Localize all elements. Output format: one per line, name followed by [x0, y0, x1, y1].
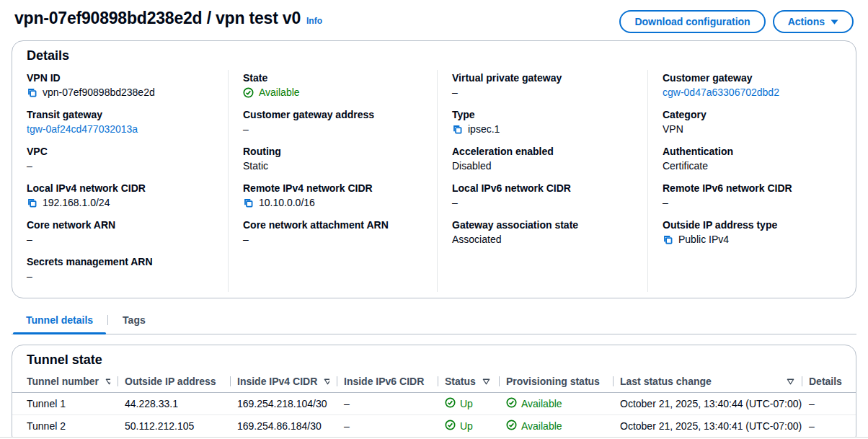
field-label: Local IPv4 network CIDR	[27, 182, 213, 195]
copy-icon[interactable]	[243, 198, 254, 208]
column-header-label: Provisioning status	[506, 376, 600, 387]
check-circle-icon	[506, 397, 517, 410]
field-value-text: Available	[259, 85, 300, 99]
details-column: StateAvailableCustomer gateway address–R…	[228, 70, 437, 292]
field-value-text: –	[452, 85, 458, 99]
actions-button[interactable]: Actions	[773, 10, 854, 33]
column-header-inside-ipv6-cidr[interactable]: Inside IPv6 CIDR	[337, 372, 438, 393]
details-column: Customer gatewaycgw-0d47a63306702dbd2Cat…	[647, 70, 856, 292]
field-customer-gateway-address: Customer gateway address–	[243, 108, 422, 136]
field-value: –	[452, 85, 633, 99]
column-header-inner: Inside IPv6 CIDR	[344, 376, 430, 387]
details-grid: VPN IDvpn-07ef90898bd238e2dTransit gatew…	[12, 70, 856, 292]
field-outside-ip-address-type: Outside IP address typePublic IPv4	[663, 218, 841, 247]
column-header-last-status-change[interactable]: Last status change	[613, 372, 802, 393]
field-label: Customer gateway	[663, 71, 841, 84]
column-header-inside-ipv4-cidr[interactable]: Inside IPv4 CIDR	[230, 372, 337, 393]
check-circle-icon	[243, 87, 254, 98]
copy-icon[interactable]	[663, 234, 673, 245]
column-header-tunnel-number[interactable]: Tunnel number	[12, 372, 118, 393]
page-header: vpn-07ef90898bd238e2d / vpn test v0 Info…	[0, 0, 868, 40]
tunnel-state-panel: Tunnel state Tunnel numberOutside IP add…	[12, 345, 856, 439]
field-label: Remote IPv6 network CIDR	[663, 182, 841, 195]
field-value: vpn-07ef90898bd238e2d	[27, 85, 213, 99]
field-value-text: Public IPv4	[678, 232, 729, 247]
field-label: Gateway association state	[452, 218, 633, 231]
cell-inside-ipv6: –	[337, 415, 438, 438]
field-category: CategoryVPN	[663, 108, 841, 136]
field-transit-gateway: Transit gatewaytgw-0af24cd477032013a	[27, 108, 213, 136]
cell-status: Up	[438, 393, 499, 415]
cell-text: October 21, 2025, 13:40:41 (UTC-07:00)	[620, 420, 802, 432]
details-column: Virtual private gateway–Typeipsec.1Accel…	[437, 70, 647, 292]
column-header-inner: Tunnel number	[27, 376, 110, 387]
field-label: Category	[663, 108, 841, 121]
field-label: Customer gateway address	[243, 108, 422, 121]
field-value: –	[243, 122, 422, 136]
field-local-ipv4-network-cidr: Local IPv4 network CIDR192.168.1.0/24	[27, 182, 213, 210]
field-value-text: –	[27, 269, 32, 283]
cell-tunnel-number: Tunnel 2	[12, 415, 118, 438]
field-label: Core network ARN	[27, 218, 213, 231]
table-row: Tunnel 250.112.212.105169.254.86.184/30–…	[12, 415, 856, 438]
copy-icon[interactable]	[27, 198, 37, 208]
copy-icon[interactable]	[27, 87, 37, 98]
field-local-ipv6-network-cidr: Local IPv6 network CIDR–	[452, 182, 633, 210]
tab-tunnel-details[interactable]: Tunnel details	[12, 309, 107, 334]
field-value: –	[243, 232, 422, 247]
download-configuration-button[interactable]: Download configuration	[619, 10, 765, 33]
field-value: 192.168.1.0/24	[27, 195, 213, 210]
cell-details: –	[802, 415, 856, 438]
field-value-text: Certificate	[663, 159, 708, 173]
field-virtual-private-gateway: Virtual private gateway–	[452, 71, 633, 99]
check-circle-icon	[445, 397, 456, 410]
cell-outside-ip: 44.228.33.1	[118, 393, 230, 415]
cell-text: –	[344, 398, 350, 409]
status-badge: Available	[506, 420, 606, 433]
tab-strip: Tunnel detailsTags	[12, 309, 856, 334]
field-label: Authentication	[663, 145, 841, 158]
field-value-text: VPN	[663, 122, 683, 136]
field-label: Acceleration enabled	[452, 145, 633, 158]
field-value: –	[27, 232, 213, 247]
tab-label: Tunnel details	[26, 314, 93, 326]
field-value: Associated	[452, 232, 633, 247]
sort-caret-icon	[324, 378, 329, 385]
status-text: Up	[460, 398, 473, 409]
field-label: Remote IPv4 network CIDR	[243, 182, 422, 195]
field-value-link[interactable]: cgw-0d47a63306702dbd2	[663, 85, 779, 99]
cell-outside-ip: 50.112.212.105	[118, 415, 230, 438]
details-heading: Details	[12, 48, 856, 63]
column-header-label: Inside IPv4 CIDR	[237, 376, 317, 387]
field-value-text: 10.10.0.0/16	[259, 195, 315, 210]
info-link[interactable]: Info	[306, 16, 322, 26]
column-header-status[interactable]: Status	[438, 372, 499, 393]
field-value-text: ipsec.1	[468, 122, 500, 136]
page-title: vpn-07ef90898bd238e2d / vpn test v0	[14, 9, 301, 28]
column-header-provisioning-status[interactable]: Provisioning status	[499, 372, 613, 393]
field-type: Typeipsec.1	[452, 108, 633, 136]
column-header-label: Outside IP address	[125, 376, 216, 387]
cell-last-status-change: October 21, 2025, 13:40:44 (UTC-07:00)	[613, 393, 802, 415]
column-header-label: Tunnel number	[27, 376, 99, 387]
field-value-link[interactable]: tgw-0af24cd477032013a	[27, 122, 138, 136]
field-value: Available	[243, 85, 422, 99]
field-value-text: –	[243, 232, 249, 247]
status-badge: Up	[445, 420, 492, 433]
status-text: Available	[521, 420, 562, 432]
column-header-inner: Outside IP address	[125, 376, 223, 387]
cell-status: Up	[438, 415, 499, 438]
field-state: StateAvailable	[243, 71, 422, 99]
cell-details: –	[802, 393, 856, 415]
tab-label: Tags	[123, 314, 146, 326]
tab-tags[interactable]: Tags	[108, 309, 160, 334]
field-value-text: –	[243, 122, 249, 136]
column-header-details[interactable]: Details	[802, 372, 856, 393]
field-value: –	[27, 269, 213, 283]
copy-icon[interactable]	[452, 124, 463, 135]
column-header-outside-ip-address[interactable]: Outside IP address	[118, 372, 230, 393]
sort-caret-icon	[482, 378, 490, 385]
field-value: cgw-0d47a63306702dbd2	[663, 85, 841, 99]
field-customer-gateway: Customer gatewaycgw-0d47a63306702dbd2	[663, 71, 841, 99]
cell-text: 50.112.212.105	[125, 420, 194, 432]
